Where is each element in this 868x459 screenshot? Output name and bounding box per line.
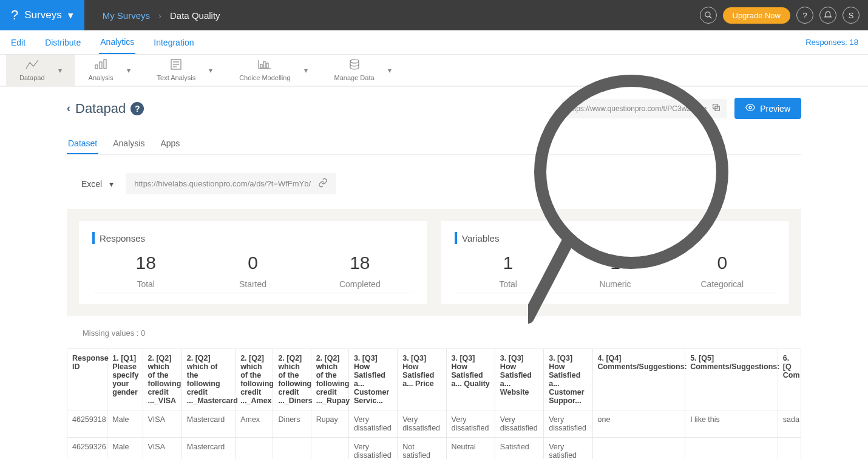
- copy-icon[interactable]: [711, 103, 721, 114]
- table-cell: Very dissatisfied: [495, 410, 543, 438]
- table-header-cell[interactable]: 3. [Q3] How Satisfied a... Customer Supp…: [544, 349, 592, 410]
- svg-rect-13: [266, 63, 268, 68]
- data-table: Response ID1. [Q1] Please specify your g…: [67, 348, 801, 459]
- table-cell: Very satisfied: [544, 438, 592, 460]
- analysis-icon: [93, 59, 108, 73]
- responses-count: Responses: 18: [805, 38, 858, 47]
- page-title: ‹ Datapad ?: [67, 101, 144, 117]
- table-cell: one: [592, 410, 685, 438]
- chevron-down-icon: ▾: [109, 179, 114, 189]
- breadcrumb-current: Data Quality: [170, 10, 220, 21]
- search-icon[interactable]: [700, 7, 717, 24]
- brand-dropdown[interactable]: ? Surveys ▾: [0, 0, 84, 30]
- table-cell: Very dissatisfied: [544, 410, 592, 438]
- table-header-cell[interactable]: 3. [Q3] How Satisfied a... Price: [398, 349, 446, 410]
- tab-analysis[interactable]: Analysis: [112, 134, 146, 154]
- tool-analysis[interactable]: Analysis ▾: [75, 55, 144, 86]
- svg-rect-3: [100, 62, 102, 69]
- text-analysis-icon: [170, 59, 182, 73]
- table-header-cell[interactable]: 2. [Q2] which of the following credit ..…: [181, 349, 235, 410]
- datapad-icon: [25, 59, 39, 73]
- table-cell: Very dissatisfied: [446, 410, 495, 438]
- subnav-distribute[interactable]: Distribute: [44, 32, 82, 53]
- table-header-cell[interactable]: 6. [Q Com: [778, 349, 801, 410]
- bell-icon[interactable]: [819, 7, 836, 24]
- breadcrumb-sep-icon: ›: [158, 10, 161, 21]
- url-preview: https://www.questionpro.com/t/PC3wZRIYe …: [562, 98, 801, 119]
- table-header-cell[interactable]: 4. [Q4] Comments/Suggestions:: [592, 349, 685, 410]
- table-header-cell[interactable]: 3. [Q3] How Satisfied a... Customer Serv…: [348, 349, 397, 410]
- sub-nav: Edit Distribute Analytics Integration Re…: [0, 30, 868, 55]
- table-cell: Mastercard: [181, 410, 235, 438]
- link-icon[interactable]: [318, 178, 328, 189]
- table-cell: VISA: [143, 438, 181, 460]
- breadcrumb: My Surveys › Data Quality: [103, 10, 220, 21]
- subnav-analytics[interactable]: Analytics: [99, 31, 135, 54]
- variables-title: Variables: [462, 233, 499, 243]
- page-head: ‹ Datapad ? https://www.questionpro.com/…: [67, 98, 801, 119]
- main-tabs: Dataset Analysis Apps: [67, 134, 801, 155]
- table-header-cell[interactable]: 5. [Q5] Comments/Suggestions:: [685, 349, 778, 410]
- avatar[interactable]: S: [843, 7, 860, 24]
- page-title-text: Datapad: [75, 101, 126, 117]
- table-header-cell[interactable]: 2. [Q2] which of the following credit ..…: [236, 349, 273, 410]
- table-cell: [311, 438, 348, 460]
- table-row[interactable]: 46259318MaleVISAMastercardAmexDinersRupa…: [67, 410, 801, 438]
- svg-rect-12: [263, 61, 265, 68]
- subnav-integration[interactable]: Integration: [152, 32, 195, 53]
- table-header-cell[interactable]: 2. [Q2] which of the following credit ..…: [273, 349, 311, 410]
- top-right: Upgrade Now ? S: [700, 7, 869, 24]
- table-header-cell[interactable]: 2. [Q2] which of the following credit ..…: [311, 349, 348, 410]
- table-cell: Very dissatisfied: [348, 410, 397, 438]
- table-header-cell[interactable]: 3. [Q3] How Satisfied a... Quality: [446, 349, 495, 410]
- svg-line-1: [709, 16, 711, 19]
- table-cell: [592, 438, 685, 460]
- table-cell: Rupay: [311, 410, 348, 438]
- help-icon[interactable]: ?: [131, 102, 144, 115]
- breadcrumb-parent[interactable]: My Surveys: [103, 10, 150, 21]
- table-cell: Male: [107, 438, 143, 460]
- chevron-left-icon[interactable]: ‹: [67, 102, 70, 115]
- table-cell: sada: [778, 410, 801, 438]
- table-header-cell[interactable]: Response ID: [67, 349, 107, 410]
- variables-categorical: 0 Categorical: [669, 253, 776, 293]
- table-row[interactable]: 46259326MaleVISAMastercardVery dissatisf…: [67, 438, 801, 460]
- subnav-edit[interactable]: Edit: [10, 32, 27, 53]
- table-cell: Very dissatisfied: [398, 410, 446, 438]
- eye-icon: [745, 103, 755, 114]
- tab-dataset[interactable]: Dataset: [67, 134, 98, 154]
- table-header-cell[interactable]: 3. [Q3] How Satisfied a... Website: [495, 349, 543, 410]
- table-body: 46259318MaleVISAMastercardAmexDinersRupa…: [67, 410, 801, 460]
- share-url-text: https://www.questionpro.com/t/PC3wZRIYe: [568, 104, 707, 113]
- help-icon[interactable]: ?: [796, 7, 813, 24]
- upgrade-button[interactable]: Upgrade Now: [723, 7, 791, 24]
- table-cell: I like this: [685, 410, 778, 438]
- panel-bar-icon: [92, 232, 95, 244]
- tool-text-analysis[interactable]: Text Analysis ▾: [144, 55, 226, 86]
- responses-title: Responses: [100, 233, 145, 243]
- table-header-cell[interactable]: 2. [Q2] which of the following credit ..…: [143, 349, 181, 410]
- table-cell: Diners: [273, 410, 311, 438]
- export-format-select[interactable]: Excel ▾: [81, 179, 114, 189]
- analytics-toolbar: Datapad ▾ Analysis ▾ Text Analysis ▾ Cho…: [0, 55, 868, 86]
- tab-apps[interactable]: Apps: [159, 134, 181, 154]
- table-cell: Amex: [236, 410, 273, 438]
- tool-manage-data[interactable]: Manage Data ▾: [321, 55, 405, 86]
- preview-button[interactable]: Preview: [734, 98, 801, 119]
- table-cell: Not satisfied: [398, 438, 446, 460]
- tool-choice-modelling[interactable]: Choice Modelling ▾: [226, 55, 320, 86]
- missing-values: Missing values : 0: [83, 328, 801, 338]
- table-cell: [685, 438, 778, 460]
- tool-datapad[interactable]: Datapad ▾: [6, 55, 75, 86]
- svg-point-0: [705, 12, 710, 17]
- responses-started: 0 Started: [199, 253, 306, 293]
- table-cell: [778, 438, 801, 460]
- top-bar: ? Surveys ▾ My Surveys › Data Quality Up…: [0, 0, 868, 30]
- chevron-down-icon: ▾: [58, 66, 62, 75]
- manage-data-icon: [348, 59, 361, 73]
- variables-panel: Variables 1 Total 1 Numeric 0 Categorica…: [441, 221, 789, 304]
- table-header-cell[interactable]: 1. [Q1] Please specify your gender: [107, 349, 143, 410]
- export-url-text: https://hivelabs.questionpro.com/a/ds/?t…: [134, 179, 311, 188]
- responses-completed: 18 Completed: [307, 253, 413, 293]
- svg-rect-11: [260, 64, 262, 68]
